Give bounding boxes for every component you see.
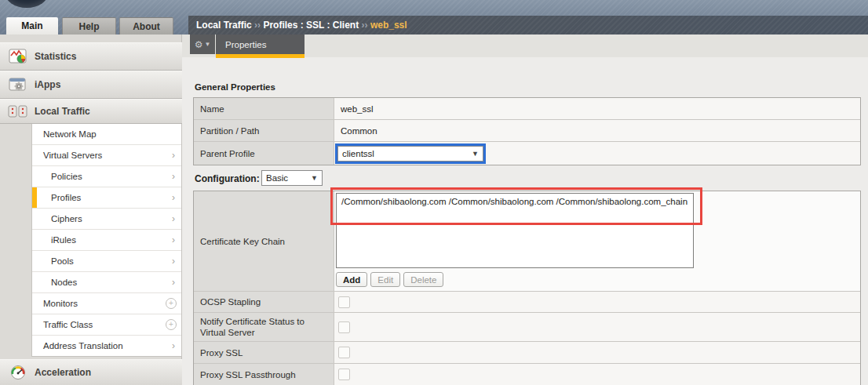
tab-about[interactable]: About xyxy=(119,17,173,35)
statistics-icon xyxy=(6,47,30,66)
sidebar-section-label: iApps xyxy=(35,79,60,90)
sidebar-item-pools[interactable]: Pools › xyxy=(32,251,181,272)
add-button[interactable]: Add xyxy=(336,272,367,287)
notify-certificate-status-label: Notify Certificate Status to Virtual Ser… xyxy=(194,313,334,341)
proxy-ssl-passthrough-label: Proxy SSL Passthrough xyxy=(194,364,334,385)
sidebar-item-traffic-class[interactable]: Traffic Class + xyxy=(32,314,181,336)
chevron-right-icon: › xyxy=(172,187,175,208)
bigip-ui: Main Help About Local Traffic ›› Profile… xyxy=(0,0,868,385)
breadcrumb-section[interactable]: Local Traffic xyxy=(196,20,252,31)
sidebar-section-local-traffic[interactable]: Local Traffic xyxy=(0,99,182,124)
edit-button[interactable]: Edit xyxy=(370,272,400,287)
certificate-key-chain-item[interactable]: /Common/shibaolong.com /Common/shibaolon… xyxy=(337,194,693,206)
active-item-marker xyxy=(32,187,37,208)
name-value: web_ssl xyxy=(334,98,860,119)
general-properties-table: Name web_ssl Partition / Path Common Par… xyxy=(193,97,861,165)
chevron-down-icon: ▼ xyxy=(472,150,479,158)
ocsp-stapling-checkbox[interactable] xyxy=(338,296,350,308)
sidebar-item-label: Address Translation xyxy=(43,341,123,350)
sidebar-section-label: Statistics xyxy=(35,51,76,62)
sidebar-item-label: Profiles xyxy=(51,193,81,202)
sidebar-item-policies[interactable]: Policies › xyxy=(32,166,181,187)
sidebar-item-label: Virtual Servers xyxy=(43,151,102,160)
certificate-key-chain-listbox[interactable]: /Common/shibaolong.com /Common/shibaolon… xyxy=(336,193,694,268)
configuration-mode-select[interactable]: Basic ▼ xyxy=(261,170,323,186)
ocsp-stapling-label: OCSP Stapling xyxy=(194,292,334,312)
sidebar-item-label: Nodes xyxy=(51,278,77,287)
chevron-right-icon: › xyxy=(172,166,175,187)
table-row-parent-profile: Parent Profile clientssl ▼ xyxy=(194,142,860,165)
chevron-down-icon: ▼ xyxy=(311,174,318,182)
sidebar-section-label: Acceleration xyxy=(35,367,91,378)
sidebar-section-acceleration[interactable]: Acceleration xyxy=(0,359,182,385)
sidebar-item-label: Network Map xyxy=(43,129,97,139)
sidebar-item-label: Monitors xyxy=(43,299,78,308)
breadcrumb-path[interactable]: Profiles : SSL : Client xyxy=(263,20,359,31)
parent-profile-cell: clientssl ▼ xyxy=(334,142,860,165)
parent-profile-selected-value: clientssl xyxy=(342,149,374,158)
parent-profile-select[interactable]: clientssl ▼ xyxy=(337,146,483,162)
delete-button[interactable]: Delete xyxy=(403,272,443,287)
sidebar-item-address-translation[interactable]: Address Translation › xyxy=(32,336,181,356)
tab-help[interactable]: Help xyxy=(62,17,116,35)
table-row-proxy-ssl-passthrough: Proxy SSL Passthrough xyxy=(194,364,860,385)
table-row-partition: Partition / Path Common xyxy=(194,120,860,142)
name-label: Name xyxy=(194,98,334,119)
active-tab-underline xyxy=(216,54,305,58)
breadcrumb-separator: ›› xyxy=(254,20,261,31)
sidebar-item-irules[interactable]: iRules › xyxy=(32,230,181,251)
tab-properties[interactable]: Properties xyxy=(216,35,305,54)
sidebar-item-label: Pools xyxy=(51,256,74,266)
configuration-selected-value: Basic xyxy=(266,173,288,183)
table-row-proxy-ssl: Proxy SSL xyxy=(194,342,860,364)
partition-label: Partition / Path xyxy=(194,120,334,141)
sidebar-item-label: Policies xyxy=(51,172,82,181)
chevron-right-icon: › xyxy=(172,230,175,250)
iapps-icon xyxy=(6,75,30,94)
chevron-right-icon: › xyxy=(172,336,175,356)
acceleration-icon xyxy=(6,363,30,382)
chevron-right-icon: › xyxy=(172,251,175,271)
sidebar-section-iapps[interactable]: iApps xyxy=(0,71,182,99)
sidebar-section-label: Local Traffic xyxy=(35,106,90,117)
local-traffic-icon xyxy=(6,102,30,121)
gear-menu-button[interactable]: ⚙▼ xyxy=(190,35,215,54)
sidebar-item-profiles[interactable]: Profiles › xyxy=(32,187,181,209)
table-row-notify-certificate-status: Notify Certificate Status to Virtual Ser… xyxy=(194,313,860,342)
circle-plus-icon[interactable]: + xyxy=(166,298,177,309)
proxy-ssl-passthrough-checkbox[interactable] xyxy=(338,369,350,380)
notify-certificate-status-checkbox[interactable] xyxy=(338,321,350,333)
sidebar-item-monitors[interactable]: Monitors + xyxy=(32,293,181,314)
chevron-right-icon: › xyxy=(172,209,175,229)
proxy-ssl-checkbox[interactable] xyxy=(338,347,350,358)
breadcrumb-leaf: web_ssl xyxy=(370,20,407,31)
local-traffic-submenu: Network Map Virtual Servers › Policies ›… xyxy=(31,124,182,357)
certificate-key-chain-label: Certificate Key Chain xyxy=(194,191,334,291)
breadcrumb: Local Traffic ›› Profiles : SSL : Client… xyxy=(188,16,868,35)
table-row-ocsp-stapling: OCSP Stapling xyxy=(194,292,860,313)
sidebar-item-network-map[interactable]: Network Map xyxy=(32,124,181,145)
sidebar-item-label: iRules xyxy=(51,235,76,245)
gear-icon: ⚙ xyxy=(195,39,203,50)
sidebar-section-statistics[interactable]: Statistics xyxy=(0,42,182,71)
sidebar-item-ciphers[interactable]: Ciphers › xyxy=(32,209,181,230)
sidebar-item-label: Ciphers xyxy=(51,214,82,223)
chevron-right-icon: › xyxy=(172,272,175,292)
tab-main[interactable]: Main xyxy=(6,17,58,35)
general-properties-heading: General Properties xyxy=(195,82,275,92)
chevron-right-icon: › xyxy=(172,145,175,165)
proxy-ssl-label: Proxy SSL xyxy=(194,342,334,363)
cert-chain-button-group: Add Edit Delete xyxy=(336,272,447,287)
breadcrumb-separator: ›› xyxy=(362,20,368,31)
sidebar-item-virtual-servers[interactable]: Virtual Servers › xyxy=(32,145,181,166)
partition-value: Common xyxy=(334,120,860,141)
table-row-name: Name web_ssl xyxy=(194,98,860,120)
sidebar-item-nodes[interactable]: Nodes › xyxy=(32,272,181,293)
chevron-down-icon: ▼ xyxy=(204,41,210,48)
configuration-label: Configuration: xyxy=(195,173,260,184)
parent-profile-label: Parent Profile xyxy=(194,142,334,165)
sidebar-item-label: Traffic Class xyxy=(43,320,93,329)
circle-plus-icon[interactable]: + xyxy=(166,319,177,330)
